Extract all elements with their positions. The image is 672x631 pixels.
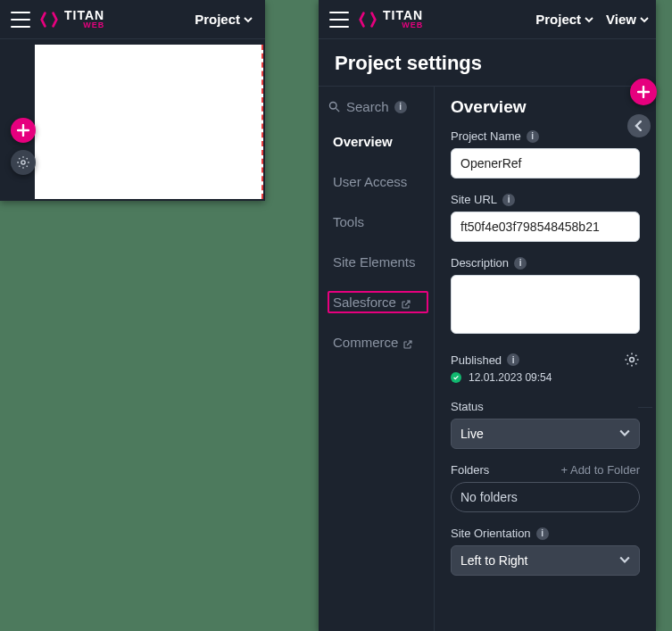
- brand-sub: WEB: [383, 21, 423, 29]
- published-label: Published: [451, 353, 502, 367]
- info-icon[interactable]: i: [527, 130, 539, 143]
- logo-text: TITAN WEB: [383, 10, 423, 29]
- chevron-down-icon: [619, 427, 630, 441]
- folders-label: Folders: [451, 463, 489, 477]
- site-orientation-value: Left to Right: [460, 553, 528, 568]
- logo-mark-icon: [358, 10, 377, 29]
- description-field: Description i: [451, 256, 640, 337]
- project-menu[interactable]: Project: [534, 8, 595, 30]
- site-url-field: Site URL i: [451, 193, 640, 242]
- project-menu-label: Project: [535, 12, 581, 27]
- publish-settings-button[interactable]: [624, 352, 640, 368]
- nav-item-salesforce[interactable]: Salesforce: [328, 291, 428, 313]
- status-value: Live: [460, 427, 484, 441]
- brand-logo[interactable]: TITAN WEB: [39, 10, 104, 29]
- info-icon: i: [394, 101, 407, 113]
- site-url-label: Site URL: [451, 193, 497, 206]
- external-link-icon: [401, 297, 411, 308]
- field-label: Status: [451, 400, 640, 413]
- info-icon[interactable]: i: [502, 194, 515, 206]
- external-link-icon: [402, 337, 413, 348]
- published-timestamp-row: 12.01.2023 09:54: [451, 371, 640, 384]
- chevron-down-icon: [619, 553, 630, 568]
- nav-item-site-elements[interactable]: Site Elements: [328, 251, 428, 273]
- site-url-input[interactable]: [451, 212, 640, 242]
- site-orientation-field: Site Orientation i Left to Right: [451, 527, 640, 576]
- field-label: Site Orientation i: [451, 527, 640, 540]
- published-row: Published i: [451, 352, 640, 368]
- topbar-right: TITAN WEB Project View: [319, 0, 656, 39]
- nav-item-commerce[interactable]: Commerce: [328, 331, 428, 353]
- project-name-input[interactable]: [451, 148, 640, 179]
- hamburger-icon[interactable]: [329, 12, 349, 28]
- topbar-left: TITAN WEB Project: [0, 0, 265, 39]
- view-menu-label: View: [606, 12, 636, 27]
- svg-point-1: [330, 103, 337, 110]
- left-preview-panel: TITAN WEB Project: [0, 0, 265, 201]
- sidebar-search[interactable]: Search i: [328, 99, 428, 114]
- project-settings-panel: TITAN WEB Project View Project settings …: [319, 0, 656, 631]
- svg-point-3: [630, 358, 635, 362]
- folders-value: No folders: [451, 482, 640, 512]
- add-button[interactable]: [630, 79, 657, 105]
- add-to-folder-button[interactable]: + Add to Folder: [560, 463, 640, 477]
- description-label: Description: [451, 256, 509, 270]
- folders-field: Folders + Add to Folder No folders: [451, 463, 640, 512]
- description-input[interactable]: [451, 275, 640, 334]
- nav-item-label: Site Elements: [333, 254, 416, 270]
- svg-line-2: [336, 108, 339, 112]
- settings-body: Search i Overview User Access Tools Site…: [319, 87, 656, 631]
- nav-item-label: User Access: [333, 174, 407, 189]
- nav-item-tools[interactable]: Tools: [328, 211, 428, 233]
- brand-logo[interactable]: TITAN WEB: [358, 10, 423, 29]
- search-placeholder: Search: [346, 99, 389, 114]
- status-select[interactable]: Live: [451, 419, 640, 449]
- status-field: Status Live: [451, 400, 640, 449]
- chevron-down-icon: [585, 15, 593, 24]
- overview-heading: Overview: [451, 97, 640, 117]
- status-label: Status: [451, 400, 484, 413]
- field-label: Site URL i: [451, 193, 640, 206]
- view-menu[interactable]: View: [604, 8, 651, 30]
- site-orientation-select[interactable]: Left to Right: [451, 545, 640, 576]
- site-orientation-label: Site Orientation: [451, 527, 531, 540]
- nav-item-user-access[interactable]: User Access: [328, 170, 428, 193]
- search-icon: [328, 100, 341, 113]
- project-name-field: Project Name i: [451, 129, 640, 179]
- canvas-area: [0, 39, 265, 201]
- settings-content: Overview Project Name i Site URL i Descr…: [435, 87, 656, 631]
- brand-sub: WEB: [64, 21, 104, 29]
- check-icon: [451, 372, 461, 383]
- project-menu[interactable]: Project: [193, 8, 254, 30]
- nav-item-label: Salesforce: [333, 295, 396, 310]
- settings-sidebar: Search i Overview User Access Tools Site…: [319, 87, 435, 631]
- chevron-down-icon: [640, 15, 649, 24]
- project-name-label: Project Name: [451, 129, 521, 143]
- info-icon[interactable]: i: [507, 353, 519, 366]
- published-timestamp: 12.01.2023 09:54: [469, 371, 552, 384]
- field-label: Project Name i: [451, 129, 640, 143]
- nav-item-overview[interactable]: Overview: [328, 130, 428, 153]
- page-canvas[interactable]: [35, 45, 263, 199]
- field-label: Folders + Add to Folder: [451, 463, 640, 477]
- brand-name: TITAN: [64, 10, 104, 21]
- nav-item-label: Commerce: [333, 335, 398, 350]
- brand-name: TITAN: [383, 10, 423, 21]
- settings-nav: Overview User Access Tools Site Elements…: [328, 130, 428, 353]
- chevron-down-icon: [244, 15, 253, 24]
- logo-mark-icon: [39, 10, 59, 29]
- page-title: Project settings: [319, 39, 656, 87]
- svg-point-0: [21, 161, 25, 164]
- field-label: Description i: [451, 256, 640, 270]
- logo-text: TITAN WEB: [64, 10, 104, 29]
- info-icon[interactable]: i: [536, 527, 549, 540]
- add-button[interactable]: [11, 118, 36, 143]
- settings-button[interactable]: [11, 150, 36, 175]
- collapse-panel-button[interactable]: [627, 114, 651, 137]
- hamburger-icon[interactable]: [11, 12, 30, 28]
- nav-item-label: Overview: [333, 134, 393, 149]
- nav-item-label: Tools: [333, 214, 364, 229]
- info-icon[interactable]: i: [514, 257, 527, 270]
- project-menu-label: Project: [195, 12, 240, 27]
